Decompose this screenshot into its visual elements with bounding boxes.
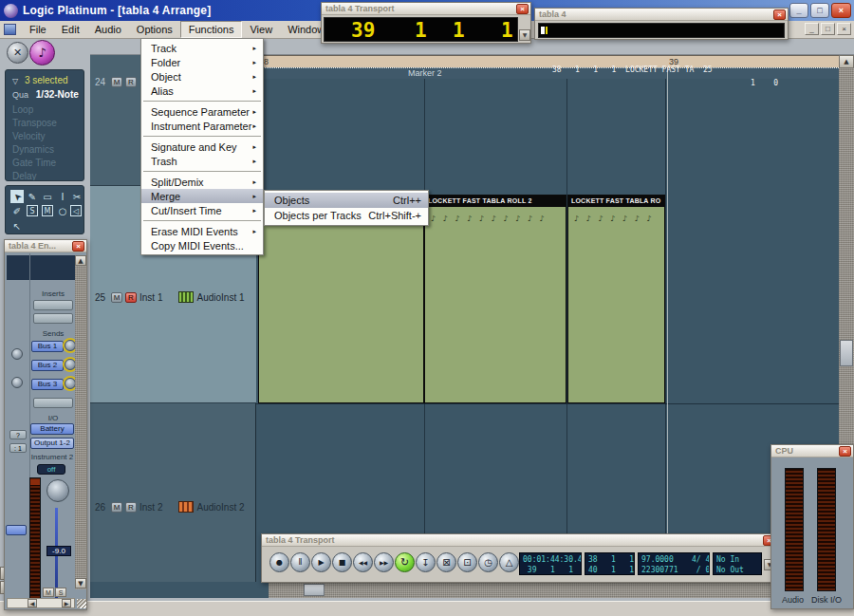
record-arm-button[interactable]: R	[125, 77, 137, 87]
param-gate-time[interactable]: Gate Time	[12, 158, 56, 168]
menu-item-copy-midi-events[interactable]: Copy MIDI Events...	[141, 238, 263, 252]
menu-item-signature-and-key[interactable]: Signature and Key▸	[141, 140, 263, 154]
close-icon[interactable]: ×	[839, 446, 851, 457]
glue-tool-icon[interactable]: ✐	[10, 204, 24, 217]
param-loop[interactable]: Loop	[12, 104, 33, 115]
sync-button[interactable]: ◷	[478, 552, 498, 572]
fader-value[interactable]: -9.0	[46, 546, 71, 556]
param-delay[interactable]: Delay	[12, 171, 37, 181]
restore-button[interactable]: □	[810, 3, 829, 18]
mdi-restore-button[interactable]: □	[821, 23, 835, 35]
record-button[interactable]: ●	[269, 552, 289, 572]
text-tool-icon[interactable]: I	[56, 190, 69, 203]
bus-2-send[interactable]: Bus 2	[31, 360, 64, 371]
play-button[interactable]: ▶	[311, 552, 331, 572]
midi-io-display[interactable]: No InNo Out	[713, 552, 762, 575]
track-row-24[interactable]: 24 M R	[95, 75, 137, 88]
send-knob[interactable]	[11, 377, 23, 388]
stop-button[interactable]: ■	[332, 552, 352, 572]
solo-button[interactable]: S	[55, 588, 66, 597]
menu-item-cut-insert-time[interactable]: Cut/Insert Time▸	[141, 203, 263, 217]
send-knob[interactable]	[11, 348, 23, 360]
vertical-scroll-thumb[interactable]	[840, 340, 853, 366]
mute-button[interactable]: M	[43, 588, 54, 597]
forward-button[interactable]: ▶▶	[374, 552, 394, 572]
mdi-minimize-button[interactable]: _	[805, 23, 819, 35]
submenu-item-objects[interactable]: Objects Ctrl++	[265, 193, 428, 208]
menu-item-erase-midi-events[interactable]: Erase MIDI Events▸	[141, 224, 263, 238]
close-icon[interactable]: ×	[72, 241, 84, 252]
rewind-button[interactable]: ◀◀	[353, 552, 373, 572]
help-chip[interactable]: ?	[9, 430, 27, 439]
mute-button[interactable]: M	[111, 292, 122, 303]
insert-slot[interactable]	[33, 313, 73, 324]
empty-send-slot[interactable]	[33, 398, 73, 408]
menu-item-split-demix[interactable]: Split/Demix▸	[141, 175, 263, 189]
menu-item-instrument-parameter[interactable]: Instrument Parameter▸	[141, 119, 263, 133]
battery-instrument-slot[interactable]: Battery	[30, 423, 74, 435]
horizontal-scrollbar[interactable]	[269, 582, 839, 598]
smpte-position-display[interactable]: 00:01:44:30.41 39 1 1 1	[519, 552, 582, 575]
partial-bus-chip[interactable]	[6, 525, 27, 535]
float-titlebar[interactable]: CPU ×	[771, 445, 853, 457]
pan-knob[interactable]	[46, 479, 69, 502]
menu-functions[interactable]: Functions	[180, 21, 243, 38]
menu-item-track[interactable]: Track▸	[141, 41, 263, 55]
close-button[interactable]: ×	[831, 3, 851, 18]
close-icon[interactable]: ×	[516, 4, 529, 14]
scroll-down-button[interactable]: ▼	[75, 578, 86, 588]
float-titlebar[interactable]: tabla 4 Transport ×	[322, 3, 530, 15]
pencil-tool-icon[interactable]: ✎	[26, 190, 39, 203]
param-velocity[interactable]: Velocity	[12, 131, 45, 141]
mute-button[interactable]: M	[111, 502, 122, 513]
scroll-left-button[interactable]: ◀	[28, 599, 37, 607]
menu-item-alias[interactable]: Alias▸	[141, 84, 263, 98]
midi-region-3[interactable]: LOCKETT FAST TABLA RO ♪ ♪ ♪ ♪ ♪ ♪ ♪	[567, 195, 665, 403]
solo-tool-icon[interactable]: S	[27, 205, 38, 216]
insert-slot[interactable]	[33, 300, 73, 310]
quantize-row[interactable]: Qua 1/32-Note	[12, 89, 79, 100]
menu-item-folder[interactable]: Folder▸	[141, 55, 263, 69]
pointer-tool-icon[interactable]: ➤	[10, 190, 24, 203]
resize-grip[interactable]	[77, 599, 86, 608]
midi-monitor-button[interactable]: ♪	[29, 40, 55, 65]
mute-button[interactable]: M	[111, 77, 122, 87]
output-slot[interactable]: Output 1-2	[30, 438, 74, 449]
mdi-close-button[interactable]: ×	[837, 23, 851, 35]
bus-1-send[interactable]: Bus 1	[31, 341, 64, 352]
bus-3-send[interactable]: Bus 3	[31, 379, 64, 390]
skip-button[interactable]: ⊠	[436, 552, 456, 572]
collapse-triangle-icon[interactable]: ▽	[12, 77, 18, 85]
dropdown-arrow-button[interactable]: ▼	[519, 29, 530, 41]
power-button[interactable]: off	[37, 464, 65, 475]
cycle-button[interactable]: ↻	[395, 552, 415, 572]
catch-button[interactable]: ✕	[7, 42, 28, 64]
float-titlebar[interactable]: tabla 4 En... ×	[5, 240, 86, 252]
playhead[interactable]	[667, 67, 668, 582]
track-row-26[interactable]: 26 M R Inst 2 AudioInst 2	[95, 500, 245, 513]
close-icon[interactable]: ×	[773, 9, 786, 20]
menu-options[interactable]: Options	[129, 22, 180, 37]
param-transpose[interactable]: Transpose	[12, 118, 57, 128]
tempo-signature-display[interactable]: 97.0000 4/ 422300771 / 0	[638, 552, 710, 575]
midi-tool-icon[interactable]: ↖	[10, 219, 24, 233]
zoom-tool-icon[interactable]: ○	[56, 204, 69, 217]
mute-tool-icon[interactable]: M	[42, 205, 53, 216]
submenu-item-objects-per-tracks[interactable]: Objects per Tracks Ctrl+Shift-+	[265, 208, 428, 223]
horizontal-scroll-thumb[interactable]	[304, 584, 325, 596]
menu-file[interactable]: File	[22, 22, 54, 37]
autodrop-button[interactable]: ↧	[416, 552, 436, 572]
scroll-up-button[interactable]: ▲	[839, 55, 854, 68]
scroll-up-button[interactable]: ▲	[75, 255, 86, 266]
midi-region-1[interactable]: LOCKETT FAST TABLA ROLL 2 ♪ ♪ ♪ ♪ ♪ ♪ ♪ …	[258, 195, 424, 403]
menu-audio[interactable]: Audio	[87, 22, 129, 37]
menu-edit[interactable]: Edit	[54, 22, 87, 37]
float-titlebar[interactable]: tabla 4 Transport ×	[262, 534, 777, 547]
position-display[interactable]: 39 1 1 1	[324, 17, 518, 42]
replace-button[interactable]: ⊡	[457, 552, 477, 572]
event-list-row[interactable]: 38 1 1 1 LOCKETT FAST TA 25 1 0	[538, 23, 785, 38]
monitor-tool-icon[interactable]: ◁	[70, 205, 82, 216]
record-arm-button[interactable]: R	[125, 502, 137, 513]
float-titlebar[interactable]: tabla 4 ×	[535, 9, 788, 21]
scroll-right-button[interactable]: ▶	[62, 599, 71, 607]
